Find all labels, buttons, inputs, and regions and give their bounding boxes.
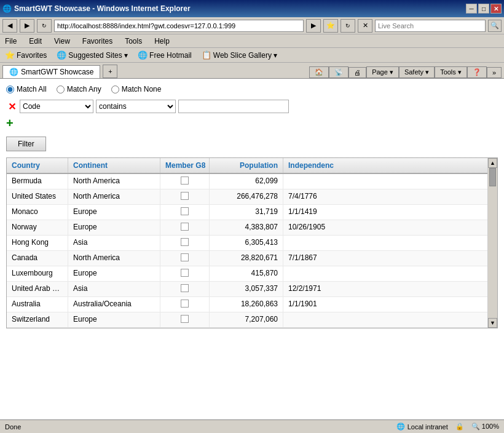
add-filter-button[interactable]: + — [6, 117, 14, 129]
scroll-thumb[interactable] — [489, 168, 496, 186]
cell-continent: Europe — [68, 266, 160, 281]
cell-independence: 12/2/1971 — [283, 282, 345, 296]
web-slice-gallery-button[interactable]: 📋 Web Slice Gallery ▾ — [199, 49, 280, 61]
help-button[interactable]: ❓ — [467, 66, 487, 78]
col-continent[interactable]: Continent — [68, 158, 160, 173]
menu-help[interactable]: Help — [152, 36, 172, 47]
scroll-down-button[interactable]: ▼ — [488, 318, 497, 328]
cell-population: 3,057,337 — [210, 282, 283, 296]
tab-bar: 🌐 SmartGWT Showcase + 🏠 📡 🖨 Page ▾ Safet… — [0, 63, 504, 79]
table-row[interactable]: Bermuda North America 62,099 — [7, 174, 487, 189]
col-independence[interactable]: Independenc — [283, 158, 345, 173]
operator-select[interactable]: contains equals starts with ends with — [96, 100, 176, 113]
scroll-up-button[interactable]: ▲ — [488, 158, 497, 168]
refresh-button[interactable]: ↻ — [37, 19, 52, 33]
match-any-input[interactable] — [57, 85, 65, 93]
match-all-radio[interactable]: Match All — [6, 85, 47, 93]
more-button[interactable]: » — [487, 67, 502, 78]
cell-memberg8 — [160, 297, 210, 312]
new-tab-button[interactable]: + — [103, 65, 117, 78]
table-row[interactable]: Hong Kong Asia 6,305,413 — [7, 236, 487, 251]
search-go-button[interactable]: 🔍 — [488, 20, 502, 32]
status-right: 🌐 Local intranet 🔒 🔍 100% — [392, 423, 504, 431]
table-row[interactable]: Monaco Europe 31,719 1/1/1419 — [7, 205, 487, 220]
menu-file[interactable]: File — [2, 36, 19, 47]
cell-population: 31,719 — [210, 205, 283, 220]
browser-icon: 🌐 — [2, 4, 12, 13]
cell-population: 6,305,413 — [210, 236, 283, 250]
col-member-g8[interactable]: Member G8 — [160, 158, 210, 173]
table-row[interactable]: United Arab Emir... Asia 3,057,337 12/2/… — [7, 282, 487, 297]
table-row[interactable]: Switzerland Europe 7,207,060 — [7, 312, 487, 328]
cell-population: 415,870 — [210, 266, 283, 281]
field-select[interactable]: Code Country Continent Member G8 Populat… — [20, 100, 93, 113]
cell-memberg8 — [160, 236, 210, 250]
maximize-button[interactable]: □ — [478, 4, 489, 14]
table-row[interactable]: Luxembourg Europe 415,870 — [7, 266, 487, 282]
grid-scrollbar[interactable]: ▲ ▼ — [487, 158, 497, 328]
tab-icon: 🌐 — [9, 68, 18, 76]
cell-country: Switzerland — [7, 312, 68, 327]
cell-memberg8 — [160, 266, 210, 281]
active-tab[interactable]: 🌐 SmartGWT Showcase — [2, 65, 100, 78]
cell-country: United States — [7, 189, 68, 204]
match-none-input[interactable] — [111, 85, 119, 93]
filter-value-input[interactable] — [178, 100, 289, 113]
col-population[interactable]: Population — [210, 158, 283, 173]
table-row[interactable]: Canada North America 28,820,671 7/1/1867 — [7, 251, 487, 266]
grid-header: Country Continent Member G8 Population I… — [7, 158, 487, 174]
cell-independence — [283, 266, 345, 281]
delete-filter-button[interactable]: ✕ — [6, 101, 17, 112]
col-country[interactable]: Country — [7, 158, 68, 173]
table-row[interactable]: Australia Australia/Oceania 18,260,863 1… — [7, 297, 487, 312]
cell-memberg8 — [160, 220, 210, 235]
rss-icon: 📡 — [334, 68, 343, 76]
minimize-button[interactable]: ─ — [466, 4, 477, 14]
menu-tools[interactable]: Tools — [122, 36, 144, 47]
favorites-button[interactable]: ⭐ Favorites — [2, 49, 49, 61]
cell-country: Australia — [7, 297, 68, 312]
data-grid: Country Continent Member G8 Population I… — [6, 157, 498, 328]
address-input[interactable] — [54, 20, 304, 32]
match-all-label: Match All — [17, 85, 47, 93]
status-text: Done — [0, 423, 392, 431]
scroll-track[interactable] — [488, 168, 497, 318]
content-area: Match All Match Any Match None ✕ C — [0, 79, 504, 433]
hotmail-icon: 🌐 — [138, 50, 148, 60]
free-hotmail-button[interactable]: 🌐 Free Hotmail — [135, 49, 194, 61]
match-none-label: Match None — [122, 85, 162, 93]
match-any-radio[interactable]: Match Any — [57, 85, 101, 93]
forward-button[interactable]: ▶ — [20, 19, 34, 33]
refresh2-button[interactable]: ↻ — [341, 19, 355, 33]
print-button[interactable]: 🖨 — [348, 67, 366, 78]
filter-button-label: Filter — [18, 140, 34, 148]
page-menu-button[interactable]: Page ▾ — [366, 66, 399, 78]
favorites-button[interactable]: ⭐ — [323, 19, 338, 33]
stop-button[interactable]: ✕ — [358, 19, 372, 33]
cell-country: Bermuda — [7, 174, 68, 189]
search-input[interactable] — [375, 20, 486, 32]
web-slice-icon: 📋 — [202, 50, 211, 60]
menu-favorites[interactable]: Favorites — [80, 36, 115, 47]
table-row[interactable]: Norway Europe 4,383,807 10/26/1905 — [7, 220, 487, 236]
page-button[interactable]: 🏠 — [309, 66, 329, 78]
zone-text: Local intranet — [408, 423, 448, 431]
table-row[interactable]: United States North America 266,476,278 … — [7, 189, 487, 205]
menu-view[interactable]: View — [52, 36, 73, 47]
menu-edit[interactable]: Edit — [26, 36, 44, 47]
go-button[interactable]: ▶ — [306, 19, 321, 33]
match-none-radio[interactable]: Match None — [111, 85, 162, 93]
tools-menu-button[interactable]: Tools ▾ — [435, 66, 467, 78]
match-all-input[interactable] — [6, 85, 14, 93]
close-button[interactable]: ✕ — [490, 4, 502, 14]
cell-continent: Asia — [68, 236, 160, 250]
safety-button[interactable]: Safety ▾ — [399, 66, 435, 78]
suggested-sites-label: Suggested Sites ▾ — [68, 51, 128, 60]
suggested-sites-button[interactable]: 🌐 Suggested Sites ▾ — [54, 49, 130, 61]
filter-button[interactable]: Filter — [6, 137, 46, 151]
back-button[interactable]: ◀ — [2, 19, 17, 33]
rss-button[interactable]: 📡 — [329, 66, 348, 78]
cell-independence — [283, 312, 345, 327]
cell-population: 266,476,278 — [210, 189, 283, 204]
home-icon: 🏠 — [315, 68, 323, 76]
